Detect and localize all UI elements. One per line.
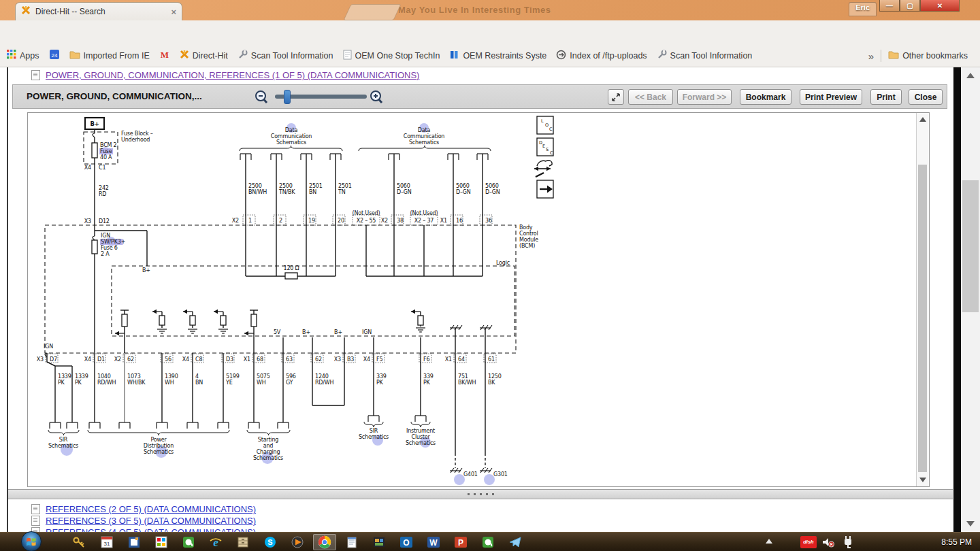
svg-text:BCM 2: BCM 2 — [100, 142, 117, 148]
svg-text:BN: BN — [195, 380, 203, 386]
taskbar-icon-telegram[interactable] — [504, 534, 527, 550]
page-scrollbar-thumb[interactable] — [962, 180, 979, 312]
svg-text:Underhood: Underhood — [121, 137, 150, 143]
svg-text:2501: 2501 — [309, 183, 323, 189]
taskbar-icon-calendar-31[interactable]: 31 — [95, 534, 118, 550]
taskbar-icon-word[interactable]: W — [422, 534, 445, 550]
scroll-up-icon[interactable] — [966, 73, 975, 78]
bookmark-item[interactable]: Scan Tool Information — [238, 50, 333, 63]
tab-title: Direct-Hit -- Search — [35, 7, 171, 16]
forward-button[interactable]: Forward >> — [677, 89, 732, 105]
expand-button[interactable] — [608, 89, 624, 105]
gmail-icon: M — [159, 50, 170, 62]
bookmark-item[interactable]: OEM One Stop TechIn — [343, 50, 440, 63]
svg-text:68: 68 — [257, 356, 263, 363]
taskbar-icon-grid-app[interactable] — [150, 534, 173, 550]
bookmark-item[interactable]: Imported From IE — [69, 50, 150, 62]
print-button[interactable]: Print — [870, 89, 902, 105]
top-link-text[interactable]: POWER, GROUND, COMMUNICATION, REFERENCES… — [46, 70, 419, 80]
svg-text:X3: X3 — [334, 356, 341, 363]
tab-close-icon[interactable]: × — [171, 7, 176, 16]
zoom-slider-thumb[interactable] — [284, 90, 291, 104]
bookmark-item[interactable]: Direct-Hit — [180, 50, 228, 62]
maximize-button[interactable]: ▢ — [900, 0, 920, 12]
tray-power-plug-icon[interactable] — [841, 535, 855, 550]
bookmark-item[interactable]: Apps — [7, 50, 39, 62]
bookmark-item[interactable]: Scan Tool Information — [657, 50, 753, 63]
diagram-scrollbar-thumb[interactable] — [918, 165, 927, 472]
svg-text:TN/BK: TN/BK — [278, 189, 295, 195]
svg-text:O: O — [403, 538, 409, 548]
svg-text:1339: 1339 — [75, 373, 88, 380]
zoom-out-icon[interactable] — [252, 87, 270, 106]
scroll-down-icon[interactable] — [966, 521, 975, 527]
taskbar-clock[interactable]: 8:55 PM — [941, 537, 972, 547]
svg-text:RD/WH: RD/WH — [97, 380, 116, 386]
print-preview-button[interactable]: Print Preview — [800, 89, 862, 105]
tray-show-hidden-icon[interactable] — [766, 539, 772, 544]
bookmark-button[interactable]: Bookmark — [740, 89, 791, 105]
taskbar-icon-notes[interactable] — [340, 534, 363, 550]
svg-text:WH/BK: WH/BK — [127, 380, 146, 386]
taskbar-icon-evernote[interactable] — [177, 534, 200, 550]
bookmark-item[interactable]: Index of /ftp-uploads — [556, 50, 647, 63]
svg-text:X4: X4 — [84, 356, 91, 363]
taskbar-icon-photo-viewer[interactable] — [368, 534, 391, 550]
svg-text:S: S — [546, 147, 549, 152]
taskbar-icon-powerpoint[interactable]: P — [449, 534, 472, 550]
svg-text:1: 1 — [248, 218, 252, 224]
svg-text:339: 339 — [423, 373, 434, 380]
frame-right-edge — [953, 67, 961, 532]
svg-text:X2: X2 — [381, 218, 388, 224]
viewer-title: POWER, GROUND, COMMUNICATION,... — [27, 91, 202, 101]
folder-icon — [69, 50, 80, 62]
svg-text:Data: Data — [418, 127, 431, 133]
browser-tab[interactable]: Direct-Hit -- Search × — [15, 2, 182, 20]
profile-button[interactable]: Eric — [849, 2, 877, 16]
bookmarks-overflow-icon[interactable]: » — [868, 50, 874, 62]
back-button[interactable]: << Back — [628, 89, 673, 105]
svg-text:IGN: IGN — [44, 344, 53, 350]
tray-volume-muted-icon[interactable] — [821, 535, 836, 549]
new-tab-button[interactable] — [343, 4, 401, 20]
splitter-handle[interactable] — [8, 489, 953, 499]
bookmark-item[interactable]: OEM Restraints Syste — [449, 50, 546, 63]
taskbar-icon-keys[interactable] — [68, 534, 91, 550]
taskbar-icon-file-cabinet[interactable] — [231, 534, 255, 550]
zoom-in-icon[interactable] — [368, 87, 385, 106]
diagram-scrollbar[interactable] — [916, 113, 929, 486]
bookmark-item[interactable]: 24 — [49, 49, 60, 63]
taskbar-icon-outlook[interactable]: O — [395, 534, 418, 550]
bookmark-item[interactable]: M — [159, 50, 170, 62]
top-document-link[interactable]: POWER, GROUND, COMMUNICATION, REFERENCES… — [31, 70, 419, 80]
taskbar-icon-skype[interactable]: S — [259, 534, 282, 550]
taskbar-icon-media-player[interactable] — [286, 534, 309, 550]
scroll-up-icon[interactable] — [919, 117, 926, 122]
svg-text:BN: BN — [309, 189, 316, 195]
taskbar-icon-internet-explorer[interactable]: e — [204, 534, 227, 550]
start-button[interactable] — [20, 531, 42, 551]
svg-text:and: and — [263, 443, 274, 449]
tray-dish-icon[interactable]: dish — [800, 536, 817, 548]
svg-text:B3: B3 — [347, 356, 354, 363]
taskbar-icon-sticky-app[interactable] — [122, 534, 146, 550]
svg-text:SIR: SIR — [370, 428, 378, 434]
other-bookmarks[interactable]: Other bookmarks — [888, 50, 968, 62]
page-scrollbar[interactable] — [961, 67, 980, 532]
svg-text:63: 63 — [286, 356, 293, 363]
svg-text:(Not Used): (Not Used) — [353, 210, 380, 216]
svg-text:L: L — [541, 118, 544, 124]
svg-text:596: 596 — [286, 373, 296, 380]
svg-text:19: 19 — [308, 218, 315, 224]
svg-text:IGN: IGN — [101, 233, 110, 239]
scroll-down-icon[interactable] — [919, 478, 926, 482]
reference-link[interactable]: REFERENCES (3 OF 5) (DATA COMMUNICATIONS… — [31, 516, 256, 526]
close-window-button[interactable]: ✕ — [920, 0, 960, 12]
reference-link[interactable]: REFERENCES (2 OF 5) (DATA COMMUNICATIONS… — [31, 504, 256, 514]
taskbar-icon-evernote-2[interactable] — [476, 534, 500, 550]
svg-text:1073: 1073 — [127, 373, 141, 380]
svg-text:Body: Body — [519, 224, 533, 231]
close-button[interactable]: Close — [909, 89, 943, 105]
minimize-button[interactable]: — — [879, 0, 900, 12]
taskbar-icon-chrome[interactable] — [313, 534, 336, 550]
